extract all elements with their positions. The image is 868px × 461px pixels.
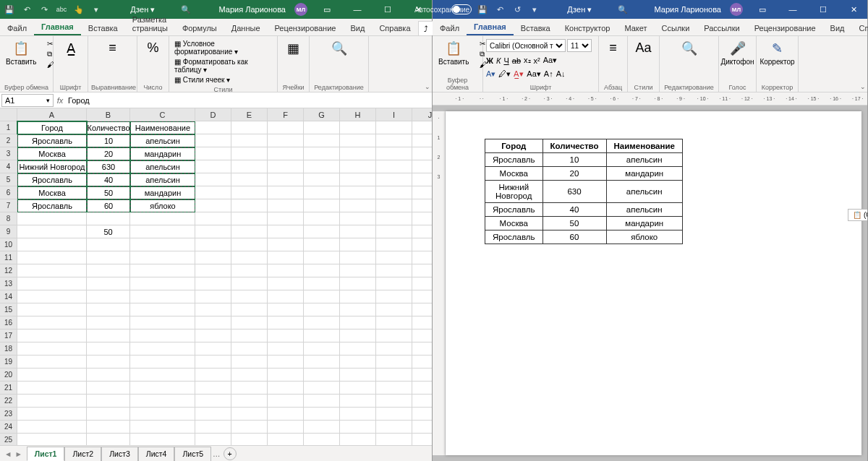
cell[interactable] — [195, 212, 231, 225]
ribbon-mode-icon[interactable]: ▭ — [752, 0, 773, 19]
row-header[interactable]: 4 — [0, 160, 17, 173]
cell[interactable] — [304, 395, 340, 408]
tab-view[interactable]: Вид — [343, 21, 372, 35]
col-header[interactable]: H — [340, 108, 376, 121]
cell[interactable]: Город — [17, 121, 87, 134]
cell[interactable] — [412, 225, 432, 238]
cell[interactable]: 40 — [87, 173, 130, 186]
cell[interactable] — [340, 186, 376, 199]
cell[interactable] — [17, 212, 87, 225]
cell[interactable] — [87, 329, 130, 342]
cell[interactable] — [268, 199, 304, 212]
cell[interactable]: 20 — [87, 147, 130, 160]
col-header[interactable]: A — [17, 108, 87, 121]
tab-file[interactable]: Файл — [433, 21, 467, 35]
cell[interactable] — [340, 212, 376, 225]
save-icon[interactable]: 💾 — [3, 3, 16, 16]
cell[interactable] — [268, 382, 304, 395]
sheet-grid[interactable]: ABCDEFGHIJ1ГородКоличествоНаименование2Я… — [0, 108, 432, 445]
dictate-button[interactable]: 🎤Диктофон — [722, 39, 753, 67]
row-header[interactable]: 5 — [0, 173, 17, 186]
cell[interactable] — [304, 212, 340, 225]
cell[interactable] — [304, 277, 340, 290]
sheet-tab[interactable]: Лист3 — [101, 447, 138, 461]
cell[interactable]: мандарин — [130, 186, 195, 199]
cell[interactable] — [231, 147, 268, 160]
cell[interactable] — [268, 421, 304, 434]
cell[interactable] — [231, 329, 268, 342]
grow-font-button[interactable]: A↑ — [544, 69, 553, 78]
cell[interactable] — [17, 225, 87, 238]
tab-next-icon[interactable]: ► — [14, 449, 22, 458]
cell-styles[interactable]: ▦ Стили ячеек ▾ — [172, 75, 274, 85]
cell[interactable]: Наименование — [130, 121, 195, 134]
cell[interactable] — [376, 303, 412, 316]
cell[interactable] — [304, 316, 340, 329]
cell[interactable] — [17, 238, 87, 251]
row-header[interactable]: 15 — [0, 303, 17, 316]
cell[interactable] — [268, 434, 304, 445]
cell[interactable] — [231, 421, 268, 434]
undo-icon[interactable]: ↶ — [493, 3, 506, 16]
cell[interactable] — [231, 238, 268, 251]
row-header[interactable]: 10 — [0, 238, 17, 251]
tab-review[interactable]: Рецензирование — [268, 21, 344, 35]
font-name-select[interactable]: Calibri (Основной текст — [486, 39, 566, 52]
cell[interactable] — [130, 408, 195, 421]
cell[interactable] — [17, 316, 87, 329]
cell[interactable] — [340, 147, 376, 160]
cell[interactable] — [304, 356, 340, 369]
cell[interactable] — [304, 225, 340, 238]
col-header[interactable]: E — [231, 108, 268, 121]
tab-file[interactable]: Файл — [0, 21, 34, 35]
cell[interactable] — [17, 408, 87, 421]
cell[interactable] — [87, 316, 130, 329]
vertical-ruler[interactable]: ·123 — [433, 111, 446, 455]
table-row[interactable]: Ярославль10апельсин — [485, 153, 683, 167]
cell[interactable] — [195, 342, 231, 356]
cell[interactable] — [87, 303, 130, 316]
cell[interactable] — [304, 369, 340, 382]
cell[interactable] — [412, 212, 432, 225]
sheet-tab[interactable]: Лист5 — [174, 447, 211, 461]
close-icon[interactable]: ✕ — [843, 0, 864, 19]
word-table[interactable]: ГородКоличествоНаименованиеЯрославль10ап… — [485, 139, 683, 244]
cell[interactable] — [195, 277, 231, 290]
cell[interactable] — [130, 316, 195, 329]
paste-options-tag[interactable]: 📋 (Ctrl) ▾ — [848, 209, 867, 221]
cell[interactable] — [340, 421, 376, 434]
cell[interactable] — [376, 251, 412, 264]
row-header[interactable]: 21 — [0, 382, 17, 395]
cell[interactable] — [268, 290, 304, 303]
cell[interactable] — [412, 134, 432, 147]
row-header[interactable]: 19 — [0, 356, 17, 369]
cell[interactable] — [130, 329, 195, 342]
cell[interactable] — [412, 121, 432, 134]
col-header[interactable]: D — [195, 108, 231, 121]
redo-icon[interactable]: ↷ — [38, 3, 51, 16]
cell[interactable] — [231, 434, 268, 445]
row-header[interactable]: 22 — [0, 395, 17, 408]
cell[interactable] — [130, 238, 195, 251]
paste-button[interactable]: 📋Вставить — [3, 39, 39, 69]
tab-refs[interactable]: Ссылки — [655, 21, 697, 35]
cell[interactable] — [130, 356, 195, 369]
cell[interactable] — [376, 147, 412, 160]
cell[interactable] — [17, 290, 87, 303]
row-header[interactable]: 3 — [0, 147, 17, 160]
cell[interactable] — [304, 186, 340, 199]
row-header[interactable]: 6 — [0, 186, 17, 199]
cell[interactable] — [130, 264, 195, 277]
cell[interactable] — [376, 421, 412, 434]
cell[interactable] — [87, 238, 130, 251]
cell[interactable] — [87, 382, 130, 395]
cell[interactable] — [376, 264, 412, 277]
share-icon[interactable]: ⤴ — [418, 21, 434, 35]
tab-help[interactable]: Справка — [372, 21, 417, 35]
cell[interactable] — [195, 251, 231, 264]
cell[interactable] — [195, 395, 231, 408]
row-header[interactable]: 14 — [0, 290, 17, 303]
row-header[interactable]: 18 — [0, 342, 17, 356]
cell[interactable] — [340, 121, 376, 134]
cell[interactable] — [268, 303, 304, 316]
